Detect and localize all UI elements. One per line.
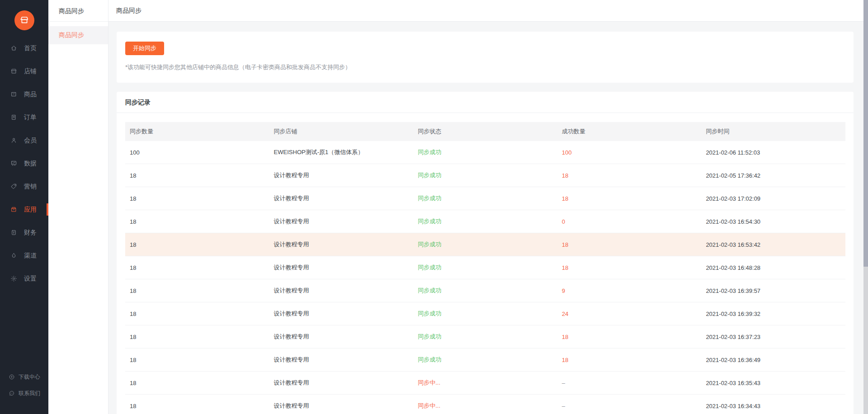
sidebar-footer: 下载中心 联系我们 [0, 369, 48, 414]
table-row[interactable]: 18 设计教程专用 同步成功 18 2021-02-03 16:53:42 [125, 233, 845, 256]
cell-shop-name: 设计教程专用 [269, 402, 414, 410]
cell-sync-status: 同步成功 [413, 194, 557, 202]
marketing-icon [10, 183, 17, 190]
cell-sync-qty: 18 [125, 264, 269, 271]
table-row[interactable]: 18 设计教程专用 同步成功 18 2021-02-05 17:36:42 [125, 164, 845, 187]
cell-sync-time: 2021-02-03 16:39:57 [701, 287, 845, 294]
cell-success-qty: – [557, 380, 702, 386]
table-row[interactable]: 18 设计教程专用 同步成功 0 2021-02-03 16:54:30 [125, 210, 845, 233]
sync-records-title: 同步记录 [117, 92, 854, 113]
cell-sync-time: 2021-02-03 16:53:42 [701, 241, 845, 248]
cell-sync-time: 2021-02-03 17:02:09 [701, 195, 845, 202]
primary-nav: 首页 店铺 商品 订单 会员 数据 营销 应用 财务 渠道 设置 [0, 30, 48, 290]
sidebar-item-label: 首页 [24, 44, 37, 52]
cell-sync-status: 同步成功 [413, 356, 557, 364]
submenu-item-product-sync[interactable]: 商品同步 [48, 26, 108, 44]
sidebar-item-settings[interactable]: 设置 [0, 267, 48, 290]
cell-sync-status: 同步成功 [413, 217, 557, 226]
home-icon [10, 45, 17, 52]
cell-success-qty: 9 [557, 287, 702, 294]
sidebar-item-label: 渠道 [24, 252, 37, 260]
sidebar-item-label: 下载中心 [19, 373, 40, 381]
cell-shop-name: 设计教程专用 [269, 287, 414, 295]
cell-success-qty: 18 [557, 241, 702, 248]
cell-sync-time: 2021-02-03 16:37:23 [701, 334, 845, 340]
table-row[interactable]: 18 设计教程专用 同步成功 18 2021-02-03 16:36:49 [125, 348, 845, 372]
sidebar-item-data[interactable]: 数据 [0, 152, 48, 175]
cell-sync-qty: 18 [125, 380, 269, 386]
cell-sync-qty: 18 [125, 334, 269, 340]
goods-icon [10, 91, 17, 98]
cell-success-qty: 0 [557, 218, 702, 225]
sidebar-item-contact-us[interactable]: 联系我们 [0, 385, 48, 401]
cell-sync-qty: 18 [125, 241, 269, 248]
cell-sync-qty: 100 [125, 149, 269, 156]
secondary-nav: 商品同步 [48, 26, 108, 44]
apps-icon [10, 206, 17, 213]
cell-sync-status: 同步中... [413, 402, 557, 410]
table-row[interactable]: 18 设计教程专用 同步中... – 2021-02-03 16:35:43 [125, 372, 845, 395]
start-sync-button[interactable]: 开始同步 [125, 42, 164, 55]
column-header: 同步数量 [125, 127, 269, 136]
sidebar-item-finance[interactable]: 财务 [0, 221, 48, 244]
sidebar-item-label: 商品 [24, 90, 37, 99]
sidebar-item-download-center[interactable]: 下载中心 [0, 369, 48, 385]
table-row[interactable]: 18 设计教程专用 同步成功 9 2021-02-03 16:39:57 [125, 279, 845, 302]
cell-success-qty: 24 [557, 310, 702, 317]
cell-sync-time: 2021-02-03 16:48:28 [701, 264, 845, 271]
cell-shop-name: 设计教程专用 [269, 171, 414, 179]
storefront-icon [19, 14, 30, 26]
app-logo[interactable] [14, 10, 34, 30]
cell-sync-qty: 18 [125, 287, 269, 294]
sidebar-item-label: 联系我们 [19, 390, 40, 397]
cell-success-qty: 18 [557, 264, 702, 271]
sidebar-item-channels[interactable]: 渠道 [0, 244, 48, 267]
sidebar-item-home[interactable]: 首页 [0, 37, 48, 60]
cell-sync-time: 2021-02-06 11:52:03 [701, 149, 845, 156]
secondary-sidebar-title: 商品同步 [48, 0, 108, 22]
members-icon [10, 137, 17, 144]
cell-sync-qty: 18 [125, 172, 269, 179]
column-header: 同步时间 [701, 127, 845, 136]
cell-success-qty: 18 [557, 357, 702, 363]
scrollbar[interactable] [863, 0, 868, 414]
cell-success-qty: 100 [557, 149, 702, 156]
cell-sync-time: 2021-02-03 16:35:43 [701, 380, 845, 386]
sidebar-item-shop[interactable]: 店铺 [0, 60, 48, 83]
cell-sync-time: 2021-02-03 16:34:43 [701, 403, 845, 409]
data-icon [10, 160, 17, 167]
main-area: 商品同步 开始同步 *该功能可快捷同步您其他店铺中的商品信息（电子卡密类商品和批… [108, 0, 863, 414]
cell-shop-name: 设计教程专用 [269, 263, 414, 272]
sidebar-item-orders[interactable]: 订单 [0, 106, 48, 129]
table-row[interactable]: 18 设计教程专用 同步成功 18 2021-02-03 16:37:23 [125, 325, 845, 348]
cell-sync-status: 同步成功 [413, 263, 557, 272]
table-row[interactable]: 18 设计教程专用 同步成功 18 2021-02-03 16:48:28 [125, 256, 845, 279]
table-row[interactable]: 18 设计教程专用 同步成功 18 2021-02-03 17:02:09 [125, 187, 845, 210]
sidebar-item-label: 会员 [24, 136, 37, 145]
cell-sync-qty: 18 [125, 195, 269, 202]
cell-sync-qty: 18 [125, 403, 269, 409]
sidebar-item-label: 财务 [24, 229, 37, 237]
sidebar-item-members[interactable]: 会员 [0, 129, 48, 152]
column-header: 同步店铺 [269, 127, 414, 136]
cell-sync-status: 同步成功 [413, 310, 557, 318]
settings-icon [10, 275, 17, 282]
cell-success-qty: 18 [557, 172, 702, 179]
sidebar-item-label: 数据 [24, 160, 37, 168]
cell-sync-time: 2021-02-03 16:39:32 [701, 310, 845, 317]
channels-icon [10, 252, 17, 259]
cell-sync-status: 同步成功 [413, 333, 557, 341]
cell-sync-qty: 18 [125, 310, 269, 317]
table-row[interactable]: 100 EWEISHOP测试-原1（微信体系） 同步成功 100 2021-02… [125, 141, 845, 164]
secondary-sidebar: 商品同步 商品同步 [48, 0, 108, 414]
sidebar-item-marketing[interactable]: 营销 [0, 175, 48, 198]
cell-success-qty: 18 [557, 334, 702, 340]
sidebar-item-goods[interactable]: 商品 [0, 83, 48, 106]
sidebar-item-apps[interactable]: 应用 [0, 198, 48, 221]
scrollbar-thumb[interactable] [863, 0, 868, 267]
primary-sidebar: 首页 店铺 商品 订单 会员 数据 营销 应用 财务 渠道 设置 [0, 0, 48, 414]
orders-icon [10, 114, 17, 121]
table-row[interactable]: 18 设计教程专用 同步成功 24 2021-02-03 16:39:32 [125, 302, 845, 325]
table-row[interactable]: 18 设计教程专用 同步中... – 2021-02-03 16:34:43 [125, 395, 845, 414]
sidebar-item-label: 应用 [24, 206, 37, 214]
